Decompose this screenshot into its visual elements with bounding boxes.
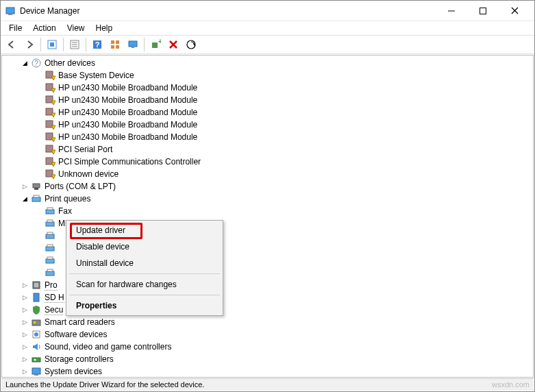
svg-rect-65 (32, 320, 40, 326)
printer-icon (45, 243, 55, 254)
tree-label: Smart card readers (45, 317, 115, 327)
storage-icon (31, 354, 42, 365)
chevron-right-icon[interactable]: ▷ (20, 367, 29, 376)
svg-rect-63 (34, 283, 38, 287)
tree-node-device[interactable]: Base System Device (2, 69, 533, 82)
uninstall-button[interactable] (165, 36, 182, 53)
tree-node-fax[interactable]: Fax (2, 205, 533, 217)
warning-device-icon (45, 156, 55, 167)
svg-rect-59 (47, 257, 53, 259)
tree-label: PCI Simple Communications Controller (58, 157, 201, 167)
show-hidden-button[interactable] (44, 36, 60, 53)
software-icon (31, 329, 42, 340)
svg-rect-18 (129, 41, 137, 47)
device-tree-panel: ◢ ? Other devices Base System Device HP … (1, 55, 534, 378)
close-button[interactable] (499, 1, 530, 21)
tree-label: Ports (COM & LPT) (45, 182, 116, 191)
toolbar: ? + (1, 35, 534, 54)
scan-hardware-button[interactable] (183, 36, 199, 53)
menu-action[interactable]: Action (27, 22, 61, 34)
warning-device-icon (45, 144, 55, 155)
window-title: Device Manager (20, 6, 436, 16)
context-menu-update-driver[interactable]: Update driver (68, 222, 221, 238)
chevron-right-icon[interactable]: ▷ (20, 280, 29, 290)
menu-view[interactable]: View (62, 22, 90, 34)
printer-icon (45, 206, 55, 217)
toolbar-separator (63, 38, 64, 51)
printer-icon (45, 255, 55, 266)
svg-rect-16 (111, 45, 114, 49)
properties-button[interactable] (66, 36, 83, 53)
tree-label: HP un2430 Mobile Broadband Module (58, 95, 197, 105)
tree-node-sound[interactable]: ▷Sound, video and game controllers (2, 341, 533, 353)
tree-label: Software devices (45, 330, 107, 339)
svg-rect-55 (47, 232, 53, 234)
menu-help[interactable]: Help (90, 22, 119, 34)
chevron-right-icon[interactable]: ▷ (20, 354, 29, 364)
context-menu-uninstall-device[interactable]: Uninstall device (68, 255, 221, 271)
svg-rect-19 (132, 47, 134, 48)
menu-bar: File Action View Help (1, 21, 534, 35)
tree-node-device[interactable]: HP un2430 Mobile Broadband Module (2, 106, 533, 119)
tree-node-device[interactable]: PCI Serial Port (2, 143, 533, 156)
toolbar-separator (144, 38, 145, 51)
help-button[interactable]: ? (89, 36, 105, 53)
tree-label: System devices (45, 367, 102, 376)
svg-rect-73 (34, 374, 38, 376)
tree-node-device[interactable]: HP un2430 Mobile Broadband Module (2, 94, 533, 106)
chevron-right-icon[interactable]: ▷ (20, 182, 29, 191)
monitor-button[interactable] (125, 36, 141, 53)
menu-file[interactable]: File (3, 22, 27, 34)
context-menu-separator (69, 273, 220, 274)
context-menu-scan[interactable]: Scan for hardware changes (68, 276, 221, 293)
other-devices-icon: ? (31, 58, 42, 69)
context-menu-disable-device[interactable]: Disable device (68, 238, 221, 255)
warning-device-icon (45, 169, 55, 180)
add-hardware-button[interactable]: + (147, 36, 164, 53)
tree-label: SD H (45, 293, 64, 303)
chevron-right-icon[interactable]: ▷ (20, 342, 29, 352)
tree-node-device[interactable]: Unknown device (2, 168, 533, 180)
tree-label: HP un2430 Mobile Broadband Module (58, 132, 197, 142)
svg-rect-52 (46, 222, 54, 226)
tree-node-print-queues[interactable]: ◢ Print queues (2, 193, 533, 205)
svg-rect-15 (116, 40, 119, 44)
chevron-down-icon[interactable]: ◢ (20, 194, 29, 204)
chevron-right-icon[interactable]: ▷ (20, 305, 29, 315)
tree-label: Print queues (45, 194, 90, 204)
svg-text:?: ? (95, 40, 100, 49)
tree-node-other-devices[interactable]: ◢ ? Other devices (2, 57, 533, 69)
toolbar-separator (86, 38, 86, 51)
tree-node-device[interactable]: HP un2430 Mobile Broadband Module (2, 119, 533, 131)
warning-device-icon (45, 95, 55, 106)
svg-rect-60 (46, 271, 54, 275)
printer-icon (45, 218, 55, 229)
tree-node-smart-card[interactable]: ▷Smart card readers (2, 316, 533, 328)
back-button[interactable] (3, 36, 20, 53)
printer-icon (45, 267, 55, 278)
minimize-button[interactable] (436, 1, 467, 21)
titlebar: Device Manager (1, 1, 534, 21)
tree-node-device[interactable]: PCI Simple Communications Controller (2, 156, 533, 168)
forward-button[interactable] (21, 36, 38, 53)
tree-node-device[interactable]: HP un2430 Mobile Broadband Module (2, 82, 533, 94)
chevron-right-icon[interactable]: ▷ (20, 330, 29, 339)
toolbar-separator (40, 38, 41, 51)
maximize-button[interactable] (467, 1, 499, 21)
tree-node-ports[interactable]: ▷ Ports (COM & LPT) (2, 180, 533, 193)
grid-button[interactable] (107, 36, 123, 53)
tree-node-device[interactable]: HP un2430 Mobile Broadband Module (2, 131, 533, 143)
device-tree[interactable]: ◢ ? Other devices Base System Device HP … (2, 56, 533, 377)
tree-node-system[interactable]: ▷System devices (2, 365, 533, 377)
svg-rect-48 (32, 197, 40, 201)
tree-node-storage[interactable]: ▷Storage controllers (2, 353, 533, 365)
svg-rect-20 (152, 42, 158, 48)
context-menu-properties[interactable]: Properties (68, 297, 221, 314)
tree-node-software-devices[interactable]: ▷Software devices (2, 328, 533, 341)
chevron-right-icon[interactable]: ▷ (20, 317, 29, 327)
svg-rect-3 (480, 8, 486, 14)
chevron-down-icon[interactable]: ◢ (20, 58, 29, 68)
svg-rect-53 (47, 220, 53, 222)
svg-rect-46 (33, 184, 40, 188)
chevron-right-icon[interactable]: ▷ (20, 293, 29, 302)
